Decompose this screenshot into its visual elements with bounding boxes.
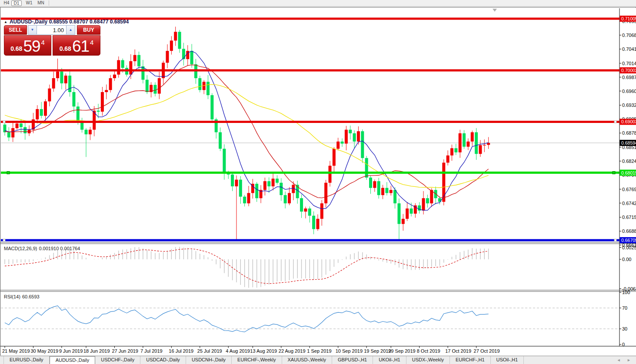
triangle-down-icon: ▼ <box>31 28 34 32</box>
macd-axis-tick: 0.002574 <box>622 245 636 250</box>
date-axis-label: 9 Jun 2019 <box>59 348 83 354</box>
one-click-trading-panel: SELL ▼ 1.00 ▲ BUY 0.68 59 4 0.68 61 4 <box>4 25 100 56</box>
date-axis-label: 16 Jul 2019 <box>169 348 193 354</box>
price-axis-tick: 0.67425 <box>622 201 636 206</box>
chart-symbol-label: AUDUSD-,Daily <box>10 19 47 25</box>
line-handle[interactable] <box>613 172 615 174</box>
chart-tab-usoil-h1[interactable]: USOil-,H1 <box>491 356 524 364</box>
tab-scroll-arrows-icon[interactable]: ◄ ► <box>617 358 633 362</box>
chart-tab-usdx-weekly[interactable]: USDX-,Weekly <box>406 356 450 364</box>
rsi-axis-tick: 70 <box>622 305 627 311</box>
timeframe-button-d1[interactable]: D1 <box>11 0 22 6</box>
line-handle[interactable] <box>614 121 616 123</box>
symbol-tab-bar: EURUSD-,DailyAUDUSD-,DailyUSDCHF-,DailyU… <box>0 356 636 364</box>
sell-price-big-digits: 59 <box>23 37 40 56</box>
chart-tab-usdcad-daily[interactable]: USDCAD-,Daily <box>140 356 186 364</box>
price-level-badge-text: 0.66705 <box>621 238 636 243</box>
rsi-indicator-label: RSI(14)60.6593 <box>4 294 41 299</box>
price-axis-tick: 0.67695 <box>622 187 636 192</box>
price-axis-tick: 0.70415 <box>622 46 636 52</box>
price-axis-tick: 0.68785 <box>622 130 636 136</box>
volume-input[interactable]: 1.00 <box>37 25 66 35</box>
date-axis-label: 27 Jun 2019 <box>112 348 138 354</box>
price-axis-tick: 0.70140 <box>622 61 636 66</box>
date-axis-label: 22 Aug 2019 <box>279 348 306 354</box>
line-handle[interactable] <box>7 172 10 174</box>
volume-stepper: ▼ 1.00 ▲ <box>28 25 75 35</box>
price-axis-tick: 0.66880 <box>622 228 636 234</box>
chart-tab-audusd-daily[interactable]: AUDUSD-,Daily <box>50 356 96 364</box>
price-level-badge-text: 0.68015 <box>621 170 636 175</box>
volume-decrease-button[interactable]: ▼ <box>28 25 37 35</box>
price-axis-tick: 0.69325 <box>622 103 636 108</box>
collapse-chart-icon[interactable]: ▲ <box>4 20 7 24</box>
date-axis-label: 13 Aug 2019 <box>250 348 277 354</box>
date-axis-label: 18 Jun 2019 <box>83 348 110 354</box>
chart-canvas[interactable]: 0.709550.706850.704150.701400.698700.696… <box>0 7 636 356</box>
price-level-badge-text: 0.70002 <box>621 68 636 73</box>
price-level-badge-text: 0.69003 <box>621 119 636 124</box>
toolbar-separator <box>49 0 49 6</box>
rsi-current-value: 60.6593 <box>22 294 40 299</box>
chart-tab-gbpusd-h1[interactable]: GBPUSD-,H1 <box>332 356 373 364</box>
date-axis-label: 27 Oct 2019 <box>474 348 500 354</box>
volume-increase-button[interactable]: ▲ <box>66 25 75 35</box>
buy-price-display[interactable]: 0.68 61 4 <box>53 35 100 56</box>
date-axis-label: 21 May 2019 <box>2 348 30 354</box>
price-axis-tick: 0.70685 <box>622 33 636 38</box>
chart-title: ▲AUDUSD-,Daily 0.68555 0.68707 0.68477 0… <box>4 19 129 25</box>
chart-tab-eurchf-h1[interactable]: EURCHF-,H1 <box>450 356 491 364</box>
date-axis-label: 7 Jul 2019 <box>140 348 163 354</box>
price-axis-tick: 0.69600 <box>622 89 636 94</box>
rsi-name: RSI(14) <box>4 294 20 299</box>
timeframe-button-mn[interactable]: MN <box>36 0 46 6</box>
line-handle[interactable] <box>614 239 616 241</box>
macd-current-values: 0.001910 0.001764 <box>39 246 80 251</box>
sell-price-prefix: 0.68 <box>10 45 22 52</box>
date-axis-label: 29 Sep 2019 <box>388 348 415 354</box>
macd-indicator-label: MACD(12,26,9)0.001910 0.001764 <box>4 246 82 251</box>
rsi-axis-tick: 30 <box>622 326 627 331</box>
sell-button[interactable]: SELL <box>4 25 27 35</box>
price-axis-tick: 0.69870 <box>622 75 636 80</box>
chart-tab-usdcnh-daily[interactable]: USDCNH-,Daily <box>186 356 232 364</box>
date-axis-label: 17 Oct 2019 <box>445 348 471 354</box>
timeframe-button-w1[interactable]: W1 <box>24 0 34 6</box>
triangle-up-icon: ▲ <box>69 28 73 32</box>
chart-tab-usdchf-daily[interactable]: USDCHF-,Daily <box>95 356 140 364</box>
date-axis-label: 4 Aug 2019 <box>226 348 250 354</box>
buy-price-pipette: 4 <box>90 39 93 46</box>
buy-button[interactable]: BUY <box>77 25 100 35</box>
timeframe-button-h4[interactable]: H4 <box>1 0 12 6</box>
chart-tab-eurusd-daily[interactable]: EURUSD-,Daily <box>3 356 50 364</box>
line-handle[interactable] <box>3 239 5 241</box>
rsi-axis-tick: 100 <box>622 290 630 295</box>
date-axis-label: 19 Sep 2019 <box>364 348 391 354</box>
chart-tab-ukoil-h1[interactable]: UKOil-,H1 <box>373 356 406 364</box>
buy-price-big-digits: 61 <box>72 37 89 56</box>
date-axis-label: 10 Sep 2019 <box>336 348 363 354</box>
sell-price-pipette: 4 <box>41 39 45 46</box>
rsi-axis-tick: 0 <box>622 342 625 347</box>
price-level-badge-text: 0.71005 <box>621 16 636 21</box>
sell-price-display[interactable]: 0.68 59 4 <box>4 35 51 56</box>
price-axis-tick: 0.67150 <box>622 215 636 220</box>
price-axis-tick: 0.68240 <box>622 159 636 164</box>
buy-price-prefix: 0.68 <box>60 45 71 52</box>
chart-tab-xauusd-weekly[interactable]: XAUUSD-,Weekly <box>282 356 332 364</box>
date-axis-label: 25 Jul 2019 <box>197 348 222 354</box>
macd-name: MACD(12,26,9) <box>4 246 37 251</box>
chart-window: 0.709550.706850.704150.701400.698700.696… <box>0 7 636 355</box>
date-axis-label: 1 Sep 2019 <box>307 348 331 354</box>
chart-ohlc-values: 0.68555 0.68707 0.68477 0.68594 <box>49 19 129 25</box>
date-axis-label: 30 May 2019 <box>30 348 58 354</box>
macd-axis-tick: 0.00 <box>622 257 631 262</box>
line-handle[interactable] <box>3 121 5 123</box>
current-price-badge-text: 0.68594 <box>621 140 636 146</box>
date-axis-label: 8 Oct 2019 <box>417 348 440 354</box>
chart-tab-eurchf-weekly[interactable]: EURCHF-,Weekly <box>232 356 282 364</box>
timeframe-toolbar: H4D1W1MN <box>0 0 636 7</box>
